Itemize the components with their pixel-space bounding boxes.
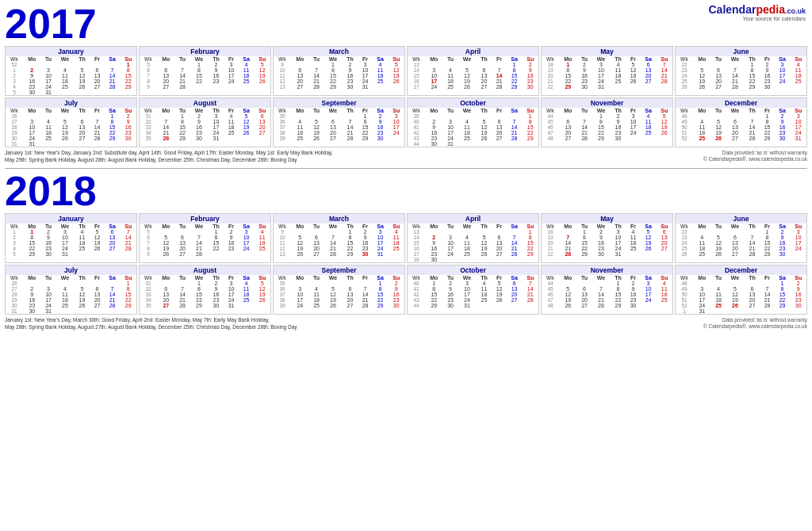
month-title-may-2018: May — [542, 214, 672, 223]
month-title-aug-2017: August — [140, 98, 270, 108]
month-title-jul-2017: July — [6, 98, 136, 108]
month-may-2018: May WkMoTuWeThFrSaSu 18123456 1978910111… — [541, 213, 673, 263]
calendar-grid-2018: January WkMoTuWeThFrSaSu 11234567 289101… — [5, 213, 807, 315]
footnote-2018-line2: May 28th: Spring Bank Holiday, August 27… — [5, 324, 297, 330]
month-title-jan-2017: January — [6, 47, 136, 56]
month-jul-2017: July WkMoTuWeThFrSaSu 2612 273456789 281… — [5, 97, 137, 147]
month-title-jan-2018: January — [6, 214, 136, 223]
month-nov-2018: November WkMoTuWeThFrSaSu 441234 4556789… — [541, 265, 673, 315]
footnotes-2017: January 1st: New Year's Day, January 2nd… — [5, 149, 333, 165]
year-2017-section: 2017 January WkMoTuWeThFrSaSu 521 123456… — [5, 3, 807, 165]
month-apr-2017: April WkMoTuWeThFrSaSu 1312 143456789 15… — [407, 46, 539, 96]
month-title-feb-2018: February — [140, 214, 270, 223]
month-feb-2017: February WkMoTuWeThFrSaSu 512345 6678910… — [139, 46, 271, 96]
month-title-mar-2018: March — [274, 214, 404, 223]
month-title-sep-2018: September — [274, 266, 404, 275]
year-2018-section: 2018 January WkMoTuWeThFrSaSu 11234567 2… — [5, 170, 807, 332]
year-2017-heading: 2017 — [5, 3, 807, 44]
month-title-jul-2018: July — [6, 266, 136, 275]
month-jan-2017: January WkMoTuWeThFrSaSu 521 12345678 29… — [5, 46, 137, 96]
logo-area: Calendarpedia.co.uk Your source for cale… — [708, 3, 806, 21]
logo-pedia: pedia — [756, 3, 785, 16]
month-title-jun-2017: June — [676, 47, 806, 56]
month-jul-2018: July WkMoTuWeThFrSaSu 261 272345678 2891… — [5, 265, 137, 315]
month-dec-2017: December WkMoTuWeThFrSaSu 48123 49456789… — [675, 97, 807, 147]
month-oct-2017: October WkMoTuWeThFrSaSu 391 402345678 4… — [407, 97, 539, 147]
month-title-sep-2017: September — [274, 98, 404, 108]
month-jun-2018: June WkMoTuWeThFrSaSu 22123 2345678910 2… — [675, 213, 807, 263]
month-title-oct-2018: October — [408, 266, 538, 275]
footnote-2017-line2: May 29th: Spring Bank Holiday, August 28… — [5, 157, 333, 163]
footnote-2018-right: Data provided 'as is' without warranty ©… — [703, 317, 807, 331]
month-title-nov-2018: November — [542, 266, 672, 275]
month-title-oct-2017: October — [408, 98, 538, 108]
month-title-nov-2017: November — [542, 98, 672, 108]
month-title-may-2017: May — [542, 47, 672, 56]
page: Calendarpedia.co.uk Your source for cale… — [0, 0, 812, 338]
month-nov-2017: November WkMoTuWeThFrSaSu 4412345 456789… — [541, 97, 673, 147]
footnote-2018-line1: January 1st: New Year's Day, March 30th:… — [5, 317, 297, 323]
footnote-2017-line1: January 1st: New Year's Day, January 2nd… — [5, 150, 333, 156]
month-jun-2017: June WkMoTuWeThFrSaSu 221234 23567891011… — [675, 46, 807, 96]
month-title-apr-2017: April — [408, 47, 538, 56]
month-may-2017: May WkMoTuWeThFrSaSu 181234567 198910111… — [541, 46, 673, 96]
month-jan-2018: January WkMoTuWeThFrSaSu 11234567 289101… — [5, 213, 137, 263]
month-title-apr-2018: April — [408, 214, 538, 223]
month-dec-2018: December WkMoTuWeThFrSaSu 4812 493456789… — [675, 265, 807, 315]
month-title-jun-2018: June — [676, 214, 806, 223]
month-sep-2018: September WkMoTuWeThFrSaSu 3512 36345678… — [273, 265, 405, 315]
month-title-aug-2018: August — [140, 266, 270, 275]
month-title-dec-2018: December — [676, 266, 806, 275]
month-feb-2018: February WkMoTuWeThFrSaSu 51234 65678910… — [139, 213, 271, 263]
month-aug-2018: August WkMoTuWeThFrSaSu 3112345 32678910… — [139, 265, 271, 315]
month-mar-2017: March WkMoTuWeThFrSaSu 912345 1067891011… — [273, 46, 405, 96]
calendar-grid-2017: January WkMoTuWeThFrSaSu 521 12345678 29… — [5, 46, 807, 147]
month-title-mar-2017: March — [274, 47, 404, 56]
month-title-dec-2017: December — [676, 98, 806, 108]
footnote-row-2017: January 1st: New Year's Day, January 2nd… — [5, 149, 807, 165]
footnote-2017-right: Data provided 'as is' without warranty ©… — [703, 150, 807, 164]
month-title-feb-2017: February — [140, 47, 270, 56]
year-divider — [5, 168, 807, 169]
month-oct-2018: October WkMoTuWeThFrSaSu 401234567 41891… — [407, 265, 539, 315]
footnotes-2018: January 1st: New Year's Day, March 30th:… — [5, 316, 297, 332]
month-apr-2018: April WkMoTuWeThFrSaSu 131 142345678 159… — [407, 213, 539, 263]
year-2018-heading: 2018 — [5, 170, 807, 212]
month-mar-2018: March WkMoTuWeThFrSaSu 91234 10567891011… — [273, 213, 405, 263]
logo-text: Calendarpedia.co.uk — [708, 3, 806, 16]
logo-tagline: Your source for calendars — [708, 16, 806, 21]
month-sep-2017: September WkMoTuWeThFrSaSu 35123 3645678… — [273, 97, 405, 147]
logo-co: .co.uk — [785, 7, 806, 15]
footnote-row-2018: January 1st: New Year's Day, March 30th:… — [5, 316, 807, 332]
logo-calendar: Calendar — [708, 3, 756, 16]
month-aug-2017: August WkMoTuWeThFrSaSu 31123456 3278910… — [139, 97, 271, 147]
